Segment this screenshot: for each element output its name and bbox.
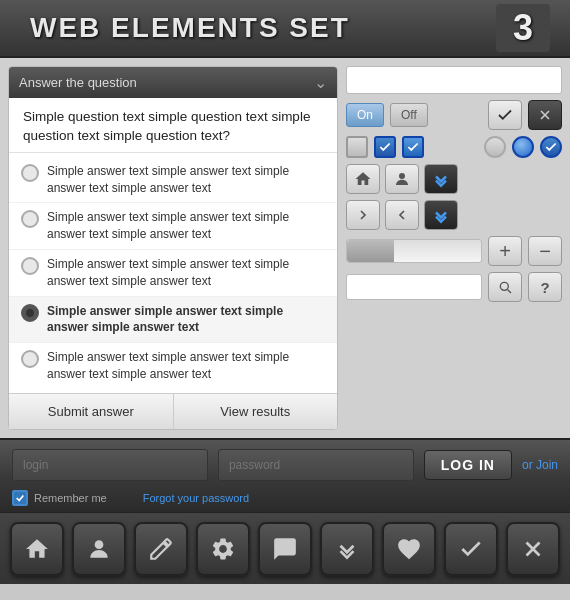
- arrow-right-button[interactable]: [346, 200, 380, 230]
- check-icon-button[interactable]: [444, 522, 498, 576]
- quiz-footer: Submit answer View results: [9, 393, 337, 429]
- answer-text: Simple answer text simple answer text si…: [47, 256, 325, 290]
- submit-answer-button[interactable]: Submit answer: [9, 394, 174, 429]
- login-top-row: LOG IN or Join: [12, 446, 558, 484]
- nav-row: [346, 164, 562, 194]
- help-icon-button[interactable]: ?: [528, 272, 562, 302]
- answer-text: Simple answer text simple answer text si…: [47, 349, 325, 383]
- answer-item[interactable]: Simple answer text simple answer text si…: [9, 250, 337, 297]
- heart-icon-button[interactable]: [382, 522, 436, 576]
- chat-icon-button[interactable]: [258, 522, 312, 576]
- search-input[interactable]: [346, 274, 482, 300]
- user-icon-button[interactable]: [72, 522, 126, 576]
- answer-item-selected[interactable]: Simple answer simple answer text simple …: [9, 297, 337, 344]
- settings-icon-button[interactable]: [196, 522, 250, 576]
- double-chevron-down-button[interactable]: [424, 200, 458, 230]
- login-button[interactable]: LOG IN: [424, 450, 512, 480]
- checkbox-row: [346, 136, 562, 158]
- checkbox-checked[interactable]: [374, 136, 396, 158]
- forgot-password-link[interactable]: Forgot your password: [143, 492, 249, 504]
- edit-icon-button[interactable]: [134, 522, 188, 576]
- main-area: Answer the question ⌄ Simple question te…: [0, 58, 570, 438]
- answer-text: Simple answer text simple answer text si…: [47, 163, 325, 197]
- check-icon-button[interactable]: [488, 100, 522, 130]
- widget-panel: On Off: [346, 66, 562, 430]
- chevron-down-nav-button[interactable]: [424, 164, 458, 194]
- text-input[interactable]: [346, 66, 562, 94]
- minus-button[interactable]: −: [528, 236, 562, 266]
- search-icon-button[interactable]: [488, 272, 522, 302]
- icon-bar: [0, 512, 570, 584]
- answer-item[interactable]: Simple answer text simple answer text si…: [9, 157, 337, 204]
- checkbox-checked-2[interactable]: [402, 136, 424, 158]
- radio-unchecked[interactable]: [484, 136, 506, 158]
- close-icon-button[interactable]: [528, 100, 562, 130]
- login-bottom-row: Remember me Forgot your password: [12, 484, 558, 512]
- login-section: LOG IN or Join Remember me Forgot your p…: [0, 438, 570, 512]
- check-circle-icon[interactable]: [540, 136, 562, 158]
- header-number: 3: [496, 4, 550, 52]
- quiz-header-label: Answer the question: [19, 75, 137, 90]
- user-nav-button[interactable]: [385, 164, 419, 194]
- svg-line-4: [508, 290, 511, 293]
- svg-point-3: [500, 282, 508, 290]
- radio-checked[interactable]: [512, 136, 534, 158]
- remember-checkbox[interactable]: [12, 490, 28, 506]
- view-results-button[interactable]: View results: [174, 394, 338, 429]
- arrow-row: [346, 200, 562, 230]
- radio-button[interactable]: [21, 257, 39, 275]
- checkbox-unchecked[interactable]: [346, 136, 368, 158]
- svg-point-2: [399, 173, 405, 179]
- login-input[interactable]: [12, 449, 208, 481]
- slider-fill: [347, 240, 394, 262]
- answer-text: Simple answer text simple answer text si…: [47, 209, 325, 243]
- remember-label: Remember me: [34, 492, 107, 504]
- header: WEB ELEMENTS SET 3: [0, 0, 570, 58]
- quiz-header: Answer the question ⌄: [9, 67, 337, 98]
- header-title: WEB ELEMENTS SET: [30, 12, 350, 44]
- home-nav-button[interactable]: [346, 164, 380, 194]
- answer-text-selected: Simple answer simple answer text simple …: [47, 303, 325, 337]
- or-join-label: or Join: [522, 458, 558, 472]
- arrow-left-button[interactable]: [385, 200, 419, 230]
- quiz-answers: Simple answer text simple answer text si…: [9, 153, 337, 393]
- toggle-off-button[interactable]: Off: [390, 103, 428, 127]
- slider-track[interactable]: [346, 239, 482, 263]
- toggle-on-button[interactable]: On: [346, 103, 384, 127]
- quiz-question: Simple question text simple question tex…: [9, 98, 337, 153]
- toggle-row: On Off: [346, 100, 562, 130]
- password-input[interactable]: [218, 449, 414, 481]
- radio-button[interactable]: [21, 164, 39, 182]
- answer-item[interactable]: Simple answer text simple answer text si…: [9, 343, 337, 389]
- quiz-panel: Answer the question ⌄ Simple question te…: [8, 66, 338, 430]
- quiz-chevron-icon[interactable]: ⌄: [314, 73, 327, 92]
- home-icon-button[interactable]: [10, 522, 64, 576]
- plus-button[interactable]: +: [488, 236, 522, 266]
- radio-button[interactable]: [21, 210, 39, 228]
- slider-row: + −: [346, 236, 562, 266]
- chevron-down-icon-button[interactable]: [320, 522, 374, 576]
- search-row: ?: [346, 272, 562, 302]
- radio-button[interactable]: [21, 350, 39, 368]
- answer-item[interactable]: Simple answer text simple answer text si…: [9, 203, 337, 250]
- radio-button-checked[interactable]: [21, 304, 39, 322]
- svg-point-5: [95, 540, 104, 549]
- close-icon-button[interactable]: [506, 522, 560, 576]
